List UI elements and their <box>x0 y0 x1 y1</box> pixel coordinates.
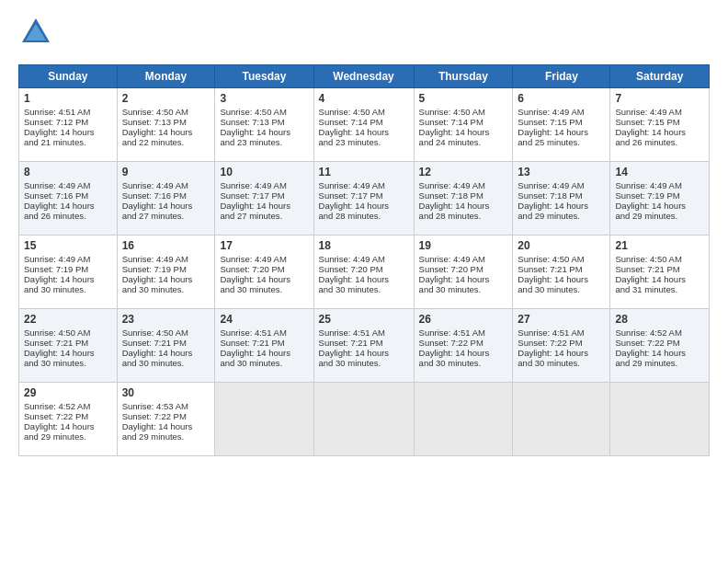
table-row: 25 Sunrise: 4:51 AM Sunset: 7:21 PM Dayl… <box>313 309 414 383</box>
table-row: 22 Sunrise: 4:50 AM Sunset: 7:21 PM Dayl… <box>19 309 118 383</box>
table-row: 18 Sunrise: 4:49 AM Sunset: 7:20 PM Dayl… <box>313 236 414 309</box>
calendar-week-row: 29 Sunrise: 4:52 AM Sunset: 7:22 PM Dayl… <box>19 383 710 456</box>
empty-cell <box>313 383 414 456</box>
table-row: 20 Sunrise: 4:50 AM Sunset: 7:21 PM Dayl… <box>513 236 610 309</box>
table-row: 8 Sunrise: 4:49 AM Sunset: 7:16 PM Dayli… <box>19 162 118 236</box>
table-row: 23 Sunrise: 4:50 AM Sunset: 7:21 PM Dayl… <box>117 309 215 383</box>
calendar-week-row: 15 Sunrise: 4:49 AM Sunset: 7:19 PM Dayl… <box>19 236 710 309</box>
table-row: 30 Sunrise: 4:53 AM Sunset: 7:22 PM Dayl… <box>117 383 215 456</box>
col-friday: Friday <box>513 65 610 88</box>
table-row: 16 Sunrise: 4:49 AM Sunset: 7:19 PM Dayl… <box>117 236 215 309</box>
empty-cell <box>513 383 610 456</box>
col-sunday: Sunday <box>19 65 118 88</box>
calendar-week-row: 22 Sunrise: 4:50 AM Sunset: 7:21 PM Dayl… <box>19 309 710 383</box>
table-row: 13 Sunrise: 4:49 AM Sunset: 7:18 PM Dayl… <box>513 162 610 236</box>
table-row: 11 Sunrise: 4:49 AM Sunset: 7:17 PM Dayl… <box>313 162 414 236</box>
table-row: 6 Sunrise: 4:49 AM Sunset: 7:15 PM Dayli… <box>513 88 610 162</box>
table-row: 15 Sunrise: 4:49 AM Sunset: 7:19 PM Dayl… <box>19 236 118 309</box>
calendar-week-row: 8 Sunrise: 4:49 AM Sunset: 7:16 PM Dayli… <box>19 162 710 236</box>
col-wednesday: Wednesday <box>313 65 414 88</box>
table-row: 4 Sunrise: 4:50 AM Sunset: 7:14 PM Dayli… <box>313 88 414 162</box>
table-row: 3 Sunrise: 4:50 AM Sunset: 7:13 PM Dayli… <box>215 88 313 162</box>
table-row: 24 Sunrise: 4:51 AM Sunset: 7:21 PM Dayl… <box>215 309 313 383</box>
col-monday: Monday <box>117 65 215 88</box>
col-saturday: Saturday <box>610 65 710 88</box>
empty-cell <box>610 383 710 456</box>
table-row: 1 Sunrise: 4:51 AM Sunset: 7:12 PM Dayli… <box>19 88 118 162</box>
logo <box>18 15 53 53</box>
table-row: 28 Sunrise: 4:52 AM Sunset: 7:22 PM Dayl… <box>610 309 710 383</box>
col-tuesday: Tuesday <box>215 65 313 88</box>
empty-cell <box>414 383 513 456</box>
table-row: 26 Sunrise: 4:51 AM Sunset: 7:22 PM Dayl… <box>414 309 513 383</box>
header <box>18 15 710 53</box>
table-row: 9 Sunrise: 4:49 AM Sunset: 7:16 PM Dayli… <box>117 162 215 236</box>
calendar-week-row: 1 Sunrise: 4:51 AM Sunset: 7:12 PM Dayli… <box>19 88 710 162</box>
table-row: 19 Sunrise: 4:49 AM Sunset: 7:20 PM Dayl… <box>414 236 513 309</box>
table-row: 2 Sunrise: 4:50 AM Sunset: 7:13 PM Dayli… <box>117 88 215 162</box>
table-row: 21 Sunrise: 4:50 AM Sunset: 7:21 PM Dayl… <box>610 236 710 309</box>
table-row: 17 Sunrise: 4:49 AM Sunset: 7:20 PM Dayl… <box>215 236 313 309</box>
logo-icon <box>18 15 53 53</box>
table-row: 14 Sunrise: 4:49 AM Sunset: 7:19 PM Dayl… <box>610 162 710 236</box>
table-row: 5 Sunrise: 4:50 AM Sunset: 7:14 PM Dayli… <box>414 88 513 162</box>
table-row: 12 Sunrise: 4:49 AM Sunset: 7:18 PM Dayl… <box>414 162 513 236</box>
table-row: 10 Sunrise: 4:49 AM Sunset: 7:17 PM Dayl… <box>215 162 313 236</box>
calendar-table: Sunday Monday Tuesday Wednesday Thursday… <box>18 64 710 456</box>
page: Sunday Monday Tuesday Wednesday Thursday… <box>0 0 728 563</box>
table-row: 7 Sunrise: 4:49 AM Sunset: 7:15 PM Dayli… <box>610 88 710 162</box>
empty-cell <box>215 383 313 456</box>
col-thursday: Thursday <box>414 65 513 88</box>
table-row: 27 Sunrise: 4:51 AM Sunset: 7:22 PM Dayl… <box>513 309 610 383</box>
table-row: 29 Sunrise: 4:52 AM Sunset: 7:22 PM Dayl… <box>19 383 118 456</box>
calendar-header-row: Sunday Monday Tuesday Wednesday Thursday… <box>19 65 710 88</box>
